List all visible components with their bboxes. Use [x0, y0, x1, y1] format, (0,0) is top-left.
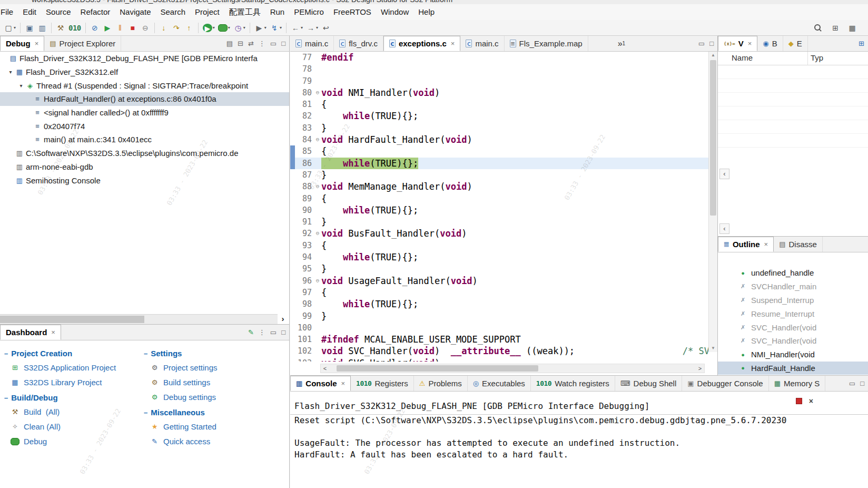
scroll-right-arrow[interactable]: >: [696, 365, 704, 372]
code-line[interactable]: 101#ifndef MCAL_ENABLE_USER_MODE_SUPPORT: [290, 334, 708, 345]
build-all-button[interactable]: ⚒: [54, 22, 67, 34]
menu-refactor[interactable]: Refactor: [76, 4, 115, 20]
flash-programmer-button[interactable]: ↯▾: [268, 22, 283, 34]
build-all-link[interactable]: ⚒Build (All): [11, 407, 128, 416]
line-number[interactable]: 99: [295, 310, 314, 322]
getting-started-link[interactable]: ★Getting Started: [150, 422, 268, 431]
outline-item[interactable]: ✗Resume_Interrupt: [718, 307, 868, 320]
tab-disassembly[interactable]: ▤ Disasse: [774, 237, 823, 252]
dropdown-arrow-icon[interactable]: ▾: [301, 25, 303, 30]
debug-tree-row[interactable]: ▾▦Flash_Driver_S32K312.elf: [0, 65, 289, 79]
code-line[interactable]: 90 while(TRUE){};: [290, 204, 708, 216]
close-icon[interactable]: ×: [451, 40, 455, 47]
back-button[interactable]: ←▾: [289, 22, 304, 34]
menu-edit[interactable]: Edit: [18, 4, 41, 20]
maximize-icon[interactable]: □: [709, 40, 714, 47]
dropdown-arrow-icon[interactable]: ▾: [316, 25, 318, 30]
code-line[interactable]: 84⊖void HardFault_Handler(void): [290, 134, 708, 145]
minimize-icon[interactable]: ▭: [698, 40, 705, 47]
maximize-icon[interactable]: □: [281, 40, 285, 47]
s32ds-library-project-link[interactable]: ▦S32DS Library Project: [11, 378, 128, 387]
s32ds-application-project-link[interactable]: ⊞S32DS Application Project: [11, 363, 128, 372]
debug-tree-row[interactable]: ▥arm-none-eabi-gdb: [0, 160, 289, 174]
tab-project-explorer[interactable]: ▤ Project Explorer: [44, 36, 121, 51]
line-number[interactable]: 102: [295, 345, 314, 357]
maximize-icon[interactable]: □: [281, 328, 285, 336]
code-line[interactable]: 80⊖void NMI_Handler(void): [290, 87, 708, 99]
code-line[interactable]: 93{: [290, 240, 708, 251]
debug-tree-row[interactable]: ≡0x20407f74: [0, 119, 289, 133]
close-icon[interactable]: ×: [51, 328, 55, 336]
close-icon[interactable]: ×: [35, 40, 39, 47]
dropdown-arrow-icon[interactable]: ▾: [228, 25, 230, 30]
project-settings-link[interactable]: ⚙Project settings: [150, 363, 268, 372]
code-line[interactable]: 94 while(TRUE){};: [290, 251, 708, 263]
menu-window[interactable]: Window: [376, 4, 413, 20]
code-line[interactable]: 99}: [290, 310, 708, 322]
debug-horizontal-scrollbar[interactable]: [0, 314, 278, 324]
last-edit-location-button[interactable]: ↩: [320, 22, 332, 34]
build-settings-link[interactable]: ⚙Build settings: [150, 378, 268, 387]
menu-navigate[interactable]: Navigate: [115, 4, 155, 20]
tab-registers[interactable]: 1010Registers: [351, 376, 414, 391]
editor-tab-fls-example-map[interactable]: ≡Fls_Example.map: [505, 36, 588, 51]
tab-watch-registers[interactable]: 1010Watch registers: [531, 376, 615, 391]
tab-expressions[interactable]: ◆ E: [783, 36, 808, 51]
code-line[interactable]: 102void SVC_Handler(void) __attribute__ …: [290, 345, 708, 357]
editor-vertical-scrollbar[interactable]: ▲ ▼: [708, 52, 717, 352]
dropdown-arrow-icon[interactable]: ▾: [14, 25, 16, 30]
tab-debug-shell[interactable]: ⌨Debug Shell: [615, 376, 683, 391]
menu-project[interactable]: Project: [190, 4, 224, 20]
editor-horizontal-scrollbar[interactable]: < >: [320, 364, 705, 373]
code-line[interactable]: 83}: [290, 122, 708, 134]
dropdown-arrow-icon[interactable]: ▾: [213, 25, 215, 30]
code-line[interactable]: 88⊖void MemManage_Handler(void): [290, 181, 708, 192]
column-divider[interactable]: [807, 52, 808, 65]
tab-debugger-console[interactable]: ▣Debugger Console: [682, 376, 768, 391]
menu-help[interactable]: Help: [413, 4, 439, 20]
fold-icon[interactable]: ⊖: [314, 134, 321, 145]
editor-tab-exceptions-c[interactable]: cexceptions.c×: [383, 36, 460, 51]
line-number[interactable]: 96: [295, 275, 314, 287]
editor-tab-main-c[interactable]: cmain.c: [460, 36, 504, 51]
line-number[interactable]: 81: [295, 99, 314, 110]
line-number[interactable]: 77: [295, 52, 314, 63]
expander-icon[interactable]: ▾: [17, 83, 25, 89]
step-return-button[interactable]: ↑: [183, 22, 195, 34]
menu-file[interactable]: File: [0, 4, 18, 20]
line-number[interactable]: 91: [295, 216, 314, 228]
collapse-all-icon[interactable]: ⊟: [238, 40, 243, 47]
line-number[interactable]: 97: [295, 287, 314, 298]
menu-pemicro[interactable]: PEMicro: [289, 4, 329, 20]
step-over-button[interactable]: ↷: [170, 22, 183, 34]
dropdown-arrow-icon[interactable]: ▾: [280, 25, 282, 30]
line-number[interactable]: 93: [295, 240, 314, 251]
fold-icon[interactable]: ⊖: [314, 181, 321, 192]
code-line[interactable]: 79: [290, 75, 708, 87]
resume-button[interactable]: ▶: [101, 22, 114, 34]
line-number[interactable]: 84: [295, 134, 314, 145]
line-number[interactable]: 83: [295, 122, 314, 134]
tab-breakpoints[interactable]: ◉ B: [757, 36, 783, 51]
code-line[interactable]: 87}: [290, 169, 708, 181]
scrollbar-thumb[interactable]: [710, 60, 716, 216]
editor-tab-main-c[interactable]: cmain.c: [290, 36, 334, 51]
outline-item[interactable]: ✗SVC_Handler(void: [718, 334, 868, 348]
line-number[interactable]: 98: [295, 298, 314, 310]
tab-executables[interactable]: ◎Executables: [468, 376, 531, 391]
line-number[interactable]: 89: [295, 193, 314, 204]
menu-search[interactable]: Search: [155, 4, 190, 20]
scrollbar-track[interactable]: [329, 364, 696, 373]
debug-call-stack-tree[interactable]: ▤Flash_Driver_S32K312_Debug_FLASH_PNE [G…: [0, 52, 289, 314]
code-line[interactable]: 85{: [290, 145, 708, 157]
disconnect-button[interactable]: ⊖: [139, 22, 152, 34]
line-number[interactable]: 79: [295, 75, 314, 87]
outline-item[interactable]: ●HardFault_Handle: [718, 362, 868, 375]
tab-debug[interactable]: Debug ×: [0, 36, 44, 51]
fold-icon[interactable]: ⊖: [314, 87, 321, 99]
tab-memory-s[interactable]: ▦Memory S: [769, 376, 826, 391]
code-line[interactable]: 89{: [290, 193, 708, 204]
debug-button[interactable]: ▾: [216, 22, 232, 34]
open-perspective-button[interactable]: ⊞: [829, 22, 842, 34]
line-number[interactable]: 100: [295, 322, 314, 334]
